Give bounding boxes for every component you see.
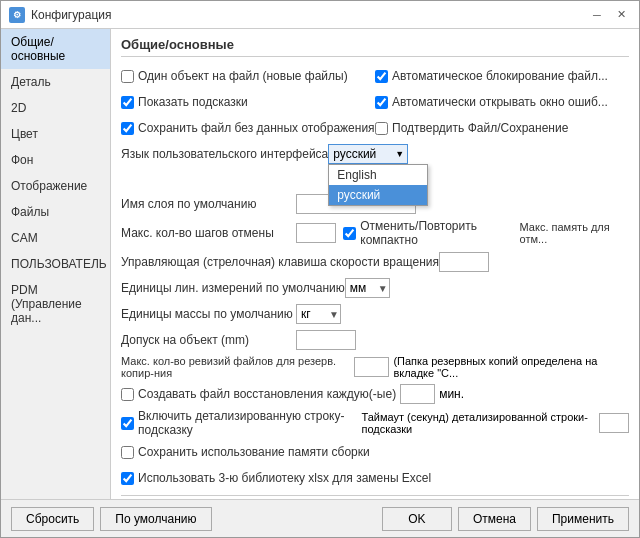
use-xlsx-checkbox-label[interactable]: Использовать 3-ю библиотеку xlsx для зам… (121, 471, 431, 485)
lang-option-russian[interactable]: русский (329, 185, 427, 205)
compact-undo-checkbox[interactable] (343, 227, 356, 240)
one-object-checkbox[interactable] (121, 70, 134, 83)
hint-timeout-input[interactable]: 1 (599, 413, 629, 433)
language-dropdown-container: русский ▼ English русский (328, 144, 408, 164)
reset-button[interactable]: Сбросить (11, 507, 94, 531)
max-backup-input[interactable]: 0 (354, 357, 389, 377)
save-no-display-checkbox-label[interactable]: Сохранить файл без данных отображения (121, 121, 375, 135)
auto-save-unit: мин. (439, 387, 464, 401)
main-content: Общие/основные Деталь 2D Цвет Фон Отобра… (1, 29, 639, 499)
save-memory-checkbox-label[interactable]: Сохранить использование памяти сборки (121, 445, 370, 459)
show-hints-checkbox-label[interactable]: Показать подсказки (121, 95, 375, 109)
sidebar-item-cam[interactable]: CAM (1, 225, 110, 251)
units-linear-dropdown-wrapper: ммсммдюйм ▼ (345, 278, 390, 298)
max-memory-label: Макс. память для отм... (520, 221, 629, 245)
title-bar: ⚙ Конфигурация ─ ✕ (1, 1, 639, 29)
steering-key-input[interactable] (439, 252, 489, 272)
units-linear-select[interactable]: ммсммдюйм (345, 278, 390, 298)
row-undo-steps: Макс. кол-во шагов отмены 75 Отменить/По… (121, 219, 629, 247)
language-dropdown-list: English русский (328, 164, 428, 206)
detailed-hint-checkbox-label[interactable]: Включить детализированную строку-подсказ… (121, 409, 355, 437)
main-panel: Общие/основные Один объект на файл (новы… (111, 29, 639, 499)
confirm-save-checkbox[interactable] (375, 122, 388, 135)
undo-steps-label: Макс. кол-во шагов отмены (121, 226, 296, 240)
session-divider (121, 495, 629, 496)
sidebar-item-pdm[interactable]: PDM (Управление дан... (1, 277, 110, 331)
close-button[interactable]: ✕ (611, 6, 631, 24)
bottom-bar: Сбросить По умолчанию OK Отмена Применит… (1, 499, 639, 537)
row-one-object: Один объект на файл (новые файлы) Автома… (121, 65, 629, 87)
hint-timeout-label: Таймаут (секунд) детализированной строки… (361, 411, 595, 435)
title-bar-controls: ─ ✕ (587, 6, 631, 24)
row-show-hints: Показать подсказки Автоматически открыва… (121, 91, 629, 113)
panel-title: Общие/основные (121, 37, 629, 57)
auto-save-checkbox-label[interactable]: Создавать файл восстановления каждую(-ые… (121, 387, 396, 401)
units-linear-label: Единицы лин. измерений по умолчанию (121, 281, 345, 295)
row-units-mass: Единицы массы по умолчанию кггт ▼ (121, 303, 629, 325)
sidebar-item-user[interactable]: ПОЛЬЗОВАТЕЛЬ (1, 251, 110, 277)
row-language: Язык пользовательского интерфейса русски… (121, 143, 629, 165)
detailed-hint-checkbox[interactable] (121, 417, 134, 430)
minimize-button[interactable]: ─ (587, 6, 607, 24)
language-dropdown-btn[interactable]: русский ▼ (328, 144, 408, 164)
units-mass-label: Единицы массы по умолчанию (121, 307, 296, 321)
save-memory-checkbox[interactable] (121, 446, 134, 459)
sidebar-item-2d[interactable]: 2D (1, 95, 110, 121)
sidebar-item-files[interactable]: Файлы (1, 199, 110, 225)
max-backup-note: (Папка резервных копий определена на вкл… (393, 355, 629, 379)
language-label: Язык пользовательского интерфейса (121, 147, 328, 161)
dropdown-arrow-icon: ▼ (395, 149, 404, 159)
row-save-display: Сохранить файл без данных отображения По… (121, 117, 629, 139)
row-units-linear: Единицы лин. измерений по умолчанию ммсм… (121, 277, 629, 299)
sidebar-item-detail[interactable]: Деталь (1, 69, 110, 95)
window-icon: ⚙ (9, 7, 25, 23)
undo-steps-input[interactable]: 75 (296, 223, 336, 243)
row-detailed-hint: Включить детализированную строку-подсказ… (121, 409, 629, 437)
sidebar-item-color[interactable]: Цвет (1, 121, 110, 147)
one-object-checkbox-label[interactable]: Один объект на файл (новые файлы) (121, 69, 375, 83)
row-steering-key: Управляющая (стрелочная) клавиша скорост… (121, 251, 629, 273)
configuration-window: ⚙ Конфигурация ─ ✕ Общие/основные Деталь… (0, 0, 640, 538)
show-hints-checkbox[interactable] (121, 96, 134, 109)
tolerance-input[interactable]: 0,01 (296, 330, 356, 350)
auto-save-input[interactable]: 10 (400, 384, 435, 404)
compact-undo-label[interactable]: Отменить/Повторить компактно (343, 219, 519, 247)
bottom-left-buttons: Сбросить По умолчанию (11, 507, 212, 531)
row-use-xlsx: Использовать 3-ю библиотеку xlsx для зам… (121, 467, 629, 489)
confirm-save-checkbox-label[interactable]: Подтвердить Файл/Сохранение (375, 121, 629, 135)
row-save-memory: Сохранить использование памяти сборки (121, 441, 629, 463)
use-xlsx-checkbox[interactable] (121, 472, 134, 485)
window-title: Конфигурация (31, 8, 112, 22)
sidebar-item-background[interactable]: Фон (1, 147, 110, 173)
row-tolerance: Допуск на объект (mm) 0,01 (121, 329, 629, 351)
row-max-backup: Макс. кол-во ревизий файлов для резерв. … (121, 355, 629, 379)
units-mass-dropdown-wrapper: кггт ▼ (296, 304, 341, 324)
auto-block-checkbox[interactable] (375, 70, 388, 83)
title-bar-left: ⚙ Конфигурация (9, 7, 112, 23)
bottom-right-buttons: OK Отмена Применить (382, 507, 629, 531)
auto-open-errors-checkbox[interactable] (375, 96, 388, 109)
units-mass-select[interactable]: кггт (296, 304, 341, 324)
auto-block-checkbox-label[interactable]: Автоматическое блокирование файл... (375, 69, 629, 83)
sidebar-item-general[interactable]: Общие/основные (1, 29, 110, 69)
tolerance-label: Допуск на объект (mm) (121, 333, 296, 347)
sidebar-item-display[interactable]: Отображение (1, 173, 110, 199)
auto-open-errors-checkbox-label[interactable]: Автоматически открывать окно ошиб... (375, 95, 629, 109)
save-no-display-checkbox[interactable] (121, 122, 134, 135)
cancel-button[interactable]: Отмена (458, 507, 531, 531)
sidebar: Общие/основные Деталь 2D Цвет Фон Отобра… (1, 29, 111, 499)
apply-button[interactable]: Применить (537, 507, 629, 531)
row-auto-save: Создавать файл восстановления каждую(-ые… (121, 383, 629, 405)
lang-option-english[interactable]: English (329, 165, 427, 185)
layer-name-label: Имя слоя по умолчанию (121, 197, 296, 211)
default-button[interactable]: По умолчанию (100, 507, 211, 531)
ok-button[interactable]: OK (382, 507, 452, 531)
auto-save-checkbox[interactable] (121, 388, 134, 401)
max-backup-label: Макс. кол-во ревизий файлов для резерв. … (121, 355, 354, 379)
steering-key-label: Управляющая (стрелочная) клавиша скорост… (121, 255, 439, 269)
